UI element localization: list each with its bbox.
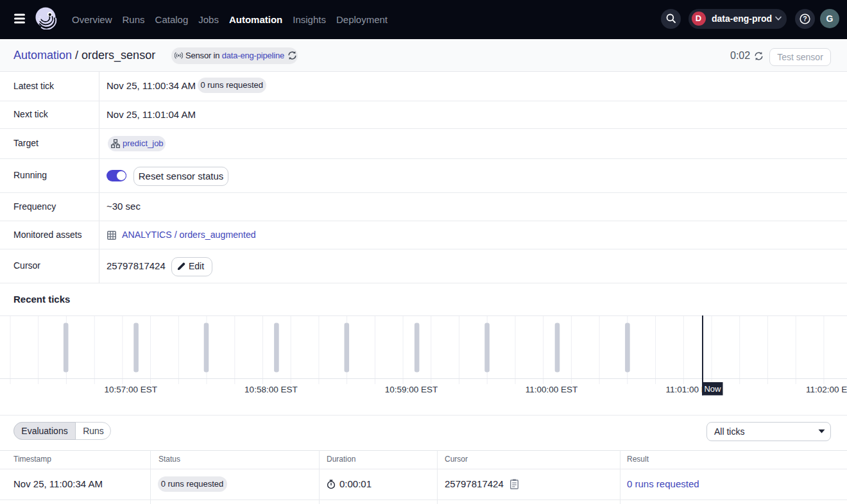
svg-text:10:58:00 EST: 10:58:00 EST	[244, 385, 298, 394]
svg-text:11:00:00 EST: 11:00:00 EST	[526, 385, 578, 394]
svg-text:11:02:00 EST: 11:02:00 EST	[806, 385, 847, 394]
svg-text:10:59:00 EST: 10:59:00 EST	[385, 385, 438, 394]
svg-text:Now: Now	[704, 384, 721, 394]
svg-text:10:57:00 EST: 10:57:00 EST	[105, 385, 158, 394]
svg-text:?: ?	[803, 15, 807, 22]
